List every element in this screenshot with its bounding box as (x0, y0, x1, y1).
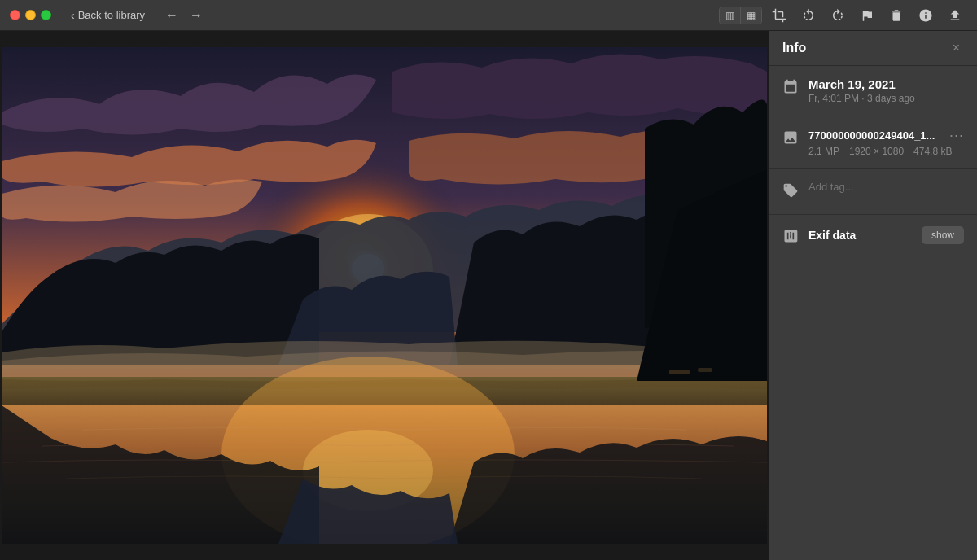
nav-back-button[interactable]: ← (161, 7, 182, 24)
main-content: Info × March 19, 2021 Fr, 4:01 PM · 3 da… (0, 31, 977, 560)
info-filename-row: 770000000000249404_1... ··· 2.1 MP 1920 … (782, 128, 964, 157)
info-date-section: March 19, 2021 Fr, 4:01 PM · 3 days ago (769, 66, 977, 116)
info-filename-content: 770000000000249404_1... ··· 2.1 MP 1920 … (808, 128, 964, 157)
flag-button[interactable] (855, 5, 879, 26)
tag-input[interactable] (808, 181, 964, 193)
info-filename-more-button[interactable]: ··· (949, 128, 964, 142)
info-tag-row (782, 181, 964, 203)
nav-arrows: ← → (161, 7, 207, 24)
info-tag-section (769, 169, 977, 215)
view-toggle-right[interactable]: ▦ (741, 7, 761, 24)
rotate-left-button[interactable] (796, 5, 821, 26)
landscape-photo (2, 47, 767, 544)
info-exif-row: Exif data show (782, 226, 964, 248)
delete-button[interactable] (884, 5, 909, 26)
rotate-right-button[interactable] (826, 5, 850, 26)
back-chevron-icon: ‹ (71, 9, 75, 22)
crop-button[interactable] (767, 5, 791, 26)
rotate-right-icon (830, 8, 845, 23)
view-toggle: ▥ ▦ (719, 7, 762, 24)
info-filename: 770000000000249404_1... (808, 129, 935, 142)
exif-content: Exif data show (808, 226, 964, 244)
exif-icon (782, 228, 799, 248)
exif-label: Exif data (808, 229, 856, 242)
photo-area (0, 31, 769, 560)
rotate-left-icon (801, 8, 816, 23)
tag-icon (782, 182, 799, 203)
info-file-meta: 2.1 MP 1920 × 1080 474.8 kB (808, 146, 964, 157)
traffic-lights (10, 10, 51, 20)
info-panel-header: Info × (769, 31, 977, 66)
back-label: Back to library (78, 9, 145, 21)
info-exif-section: Exif data show (769, 215, 977, 260)
info-panel-close-button[interactable]: × (949, 39, 964, 57)
info-filename-inner-row: 770000000000249404_1... ··· (808, 128, 964, 142)
view-toggle-left[interactable]: ▥ (720, 7, 741, 24)
nav-forward-button[interactable]: → (186, 7, 207, 24)
landscape-svg (2, 47, 767, 544)
info-date-content: March 19, 2021 Fr, 4:01 PM · 3 days ago (808, 77, 915, 104)
back-to-library-button[interactable]: ‹ Back to library (64, 6, 151, 25)
toolbar-right: ▥ ▦ (719, 5, 967, 26)
exif-show-button[interactable]: show (922, 226, 964, 244)
photo-container (0, 31, 769, 560)
minimize-window-button[interactable] (25, 10, 36, 20)
info-resolution: 1920 × 1080 (849, 146, 904, 157)
crop-icon (772, 8, 786, 23)
info-filesize: 474.8 kB (913, 146, 952, 157)
calendar-icon (782, 79, 799, 99)
svg-rect-10 (698, 368, 712, 372)
maximize-window-button[interactable] (41, 10, 51, 20)
info-panel: Info × March 19, 2021 Fr, 4:01 PM · 3 da… (769, 31, 977, 560)
info-date-sub: Fr, 4:01 PM · 3 days ago (808, 93, 915, 104)
trash-icon (889, 8, 904, 23)
info-button[interactable] (913, 5, 938, 26)
info-date-title: March 19, 2021 (808, 77, 915, 91)
titlebar: ‹ Back to library ← → ▥ ▦ (0, 0, 977, 31)
info-date-row: March 19, 2021 Fr, 4:01 PM · 3 days ago (782, 77, 964, 104)
info-panel-title: Info (782, 41, 806, 55)
share-icon (948, 8, 962, 23)
close-window-button[interactable] (10, 10, 20, 20)
svg-rect-9 (669, 370, 690, 374)
info-filename-section: 770000000000249404_1... ··· 2.1 MP 1920 … (769, 116, 977, 169)
info-icon (918, 8, 933, 23)
share-button[interactable] (943, 5, 967, 26)
info-megapixels: 2.1 MP (808, 146, 839, 157)
flag-icon (860, 8, 874, 23)
image-icon (782, 129, 799, 150)
